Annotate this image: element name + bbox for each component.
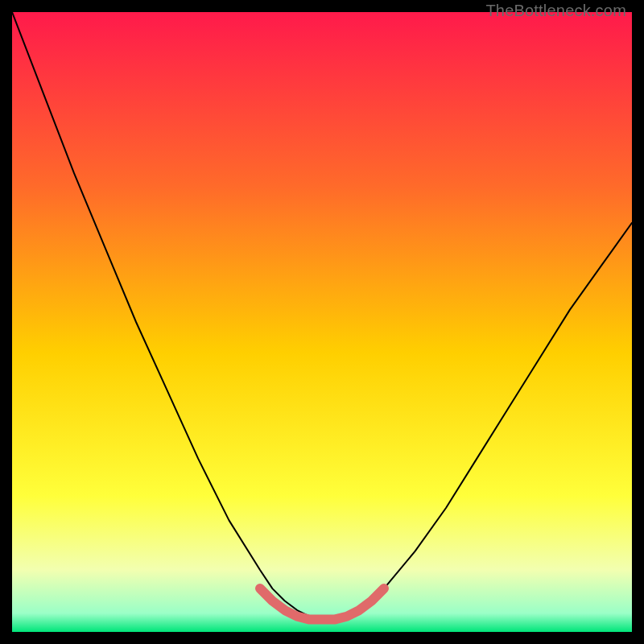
chart-svg <box>12 12 632 632</box>
gradient-background <box>12 12 632 632</box>
chart-frame <box>12 12 632 632</box>
watermark-text: TheBottleneck.com <box>485 2 626 20</box>
